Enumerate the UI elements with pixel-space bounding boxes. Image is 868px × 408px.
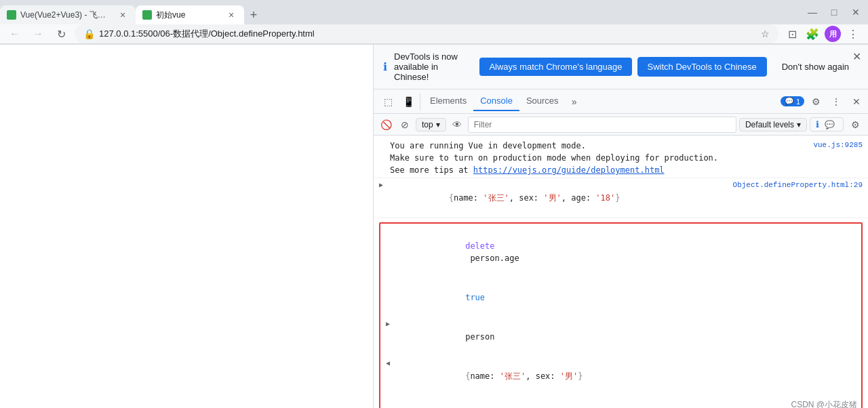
devtools-close-button[interactable]: ✕ — [848, 93, 865, 110]
tab-favicon-1 — [7, 10, 16, 20]
switch-to-chinese-button[interactable]: Switch DevTools to Chinese — [637, 57, 767, 77]
console-output: You are running Vue in development mode.… — [374, 136, 868, 408]
console-badge[interactable]: 💬 1 — [781, 96, 804, 106]
source-link-object[interactable]: Object.defineProperty.html:29 — [733, 181, 863, 189]
profile-avatar: 用 — [825, 26, 841, 42]
vue-deploy-link[interactable]: https://vuejs.org/guide/deployment.html — [473, 165, 665, 175]
tab-initial-vue[interactable]: 初始vue × — [136, 5, 244, 24]
name-value: '张三' — [500, 371, 526, 381]
notification-text: DevTools is now available in Chinese! — [394, 52, 473, 82]
reload-button[interactable]: ↻ — [52, 24, 71, 43]
console-source-vue: vue.js:9285 — [802, 140, 863, 151]
expand-arrow-true: ◀ — [386, 280, 390, 290]
default-levels-label: Default levels — [745, 120, 794, 129]
badge-count: 1 — [796, 98, 800, 106]
default-levels-selector[interactable]: Default levels ▾ — [739, 118, 807, 131]
tab-sources[interactable]: Sources — [519, 91, 566, 111]
cast-button[interactable]: ⊡ — [783, 24, 802, 43]
devtools-inspect-button[interactable]: ⬚ — [379, 93, 397, 110]
console-entry-vue-warn: You are running Vue in development mode.… — [374, 138, 868, 178]
devtools-panel: ℹ DevTools is now available in Chinese! … — [373, 45, 868, 408]
maximize-button[interactable]: □ — [825, 3, 844, 22]
tab-elements[interactable]: Elements — [423, 91, 473, 111]
more-menu-button[interactable]: ⋮ — [844, 24, 863, 43]
context-selector[interactable]: top ▾ — [416, 118, 446, 131]
tab-vue-docs[interactable]: Vue(Vue2+Vue3) - 飞书云文档 × — [0, 5, 136, 24]
forward-button[interactable]: → — [28, 24, 47, 43]
watermark: CSDN @小花皮猪 — [791, 399, 857, 408]
console-text-delete: delete person.age — [397, 228, 856, 277]
address-text: 127.0.0.1:5500/06-数据代理/Object.defineProp… — [99, 28, 757, 40]
info-icon: ℹ — [383, 60, 387, 73]
new-tab-button[interactable]: + — [244, 5, 263, 24]
minimize-button[interactable]: — — [803, 3, 822, 22]
issue-badge[interactable]: ℹ 💬 — [810, 117, 844, 131]
context-label: top — [422, 120, 433, 129]
console-eye-button[interactable]: 👁 — [449, 117, 465, 133]
profile-picture-btn[interactable]: 用 — [823, 24, 842, 43]
devtools-settings-button[interactable]: ⚙ — [807, 93, 825, 110]
console-text-object: {name: '张三', sex: '男', age: '18'} — [390, 180, 722, 216]
sex-value: '男' — [560, 371, 578, 381]
console-text-person: person — [397, 319, 856, 355]
tab-close-1[interactable]: × — [117, 9, 129, 21]
tab-close-2[interactable]: × — [225, 9, 237, 21]
devtools-notification: ℹ DevTools is now available in Chinese! … — [374, 45, 868, 89]
console-filter-input[interactable] — [468, 117, 736, 133]
dont-show-again-button[interactable]: Don't show again — [772, 58, 859, 76]
console-text-vue-warn: You are running Vue in development mode.… — [390, 140, 802, 176]
context-dropdown-icon: ▾ — [436, 120, 440, 129]
true-value: true — [465, 293, 485, 302]
person-label: person — [465, 332, 494, 342]
console-clear-button[interactable]: 🚫 — [378, 117, 394, 133]
console-source-object: Object.defineProperty.html:29 — [722, 180, 863, 191]
console-filter-button[interactable]: ⊘ — [397, 117, 413, 133]
console-toolbar: 🚫 ⊘ top ▾ 👁 Default levels ▾ ℹ 💬 — [374, 114, 868, 136]
address-bar[interactable]: 🔒 127.0.0.1:5500/06-数据代理/Object.definePr… — [75, 24, 778, 43]
expand-arrow-person[interactable]: ▶ — [386, 319, 390, 329]
delete-prop-text: person.age — [465, 253, 519, 263]
console-settings-button[interactable]: ⚙ — [846, 116, 864, 134]
tab-favicon-2 — [142, 10, 152, 20]
notification-close-button[interactable]: ✕ — [852, 50, 861, 63]
console-entry-true: ◀ true — [380, 278, 861, 317]
issue-badge-icon: 💬 — [825, 120, 835, 129]
default-levels-dropdown-icon: ▾ — [797, 120, 801, 129]
console-entry-person-detail: ◀ {name: '张三', sex: '男'} — [380, 356, 861, 396]
console-text-true: true — [397, 279, 856, 316]
more-tabs-button[interactable]: » — [566, 93, 583, 110]
always-match-button[interactable]: Always match Chrome's language — [479, 58, 631, 76]
console-text-person-detail: {name: '张三', sex: '男'} — [397, 358, 856, 394]
tab-console[interactable]: Console — [473, 91, 519, 111]
devtools-device-button[interactable]: 📱 — [399, 93, 417, 110]
window-close-button[interactable]: ✕ — [846, 3, 865, 22]
page-content — [0, 45, 373, 408]
source-link-vue[interactable]: vue.js:9285 — [813, 141, 863, 149]
extensions-button[interactable]: 🧩 — [803, 24, 822, 43]
tab-title-2: 初始vue — [156, 9, 221, 21]
bookmark-star-icon[interactable]: ☆ — [761, 28, 770, 39]
secure-icon: 🔒 — [83, 28, 95, 39]
devtools-more-button[interactable]: ⋮ — [827, 93, 845, 110]
devtools-tabs-bar: ⬚ 📱 Elements Console Sources » 💬 1 — [374, 89, 868, 114]
expand-arrow-object[interactable]: ▶ — [379, 180, 383, 190]
keyword-delete: delete — [465, 241, 494, 251]
collapse-arrow-person[interactable]: ◀ — [386, 359, 390, 369]
expand-arrow-delete[interactable]: ▶ — [386, 228, 390, 239]
tab-title-1: Vue(Vue2+Vue3) - 飞书云文档 — [20, 9, 113, 21]
notification-actions: Always match Chrome's language Switch De… — [479, 57, 859, 77]
chat-icon: 💬 — [785, 97, 794, 106]
issue-icon: ℹ — [816, 119, 819, 129]
console-entry-delete: ▶ delete person.age — [380, 226, 861, 278]
highlighted-console-section: ▶ delete person.age ◀ true — [379, 222, 863, 408]
console-entry-object: ▶ {name: '张三', sex: '男', age: '18'} Obje… — [374, 178, 868, 218]
console-entry-person: ▶ person — [380, 317, 861, 356]
back-button[interactable]: ← — [5, 24, 24, 43]
